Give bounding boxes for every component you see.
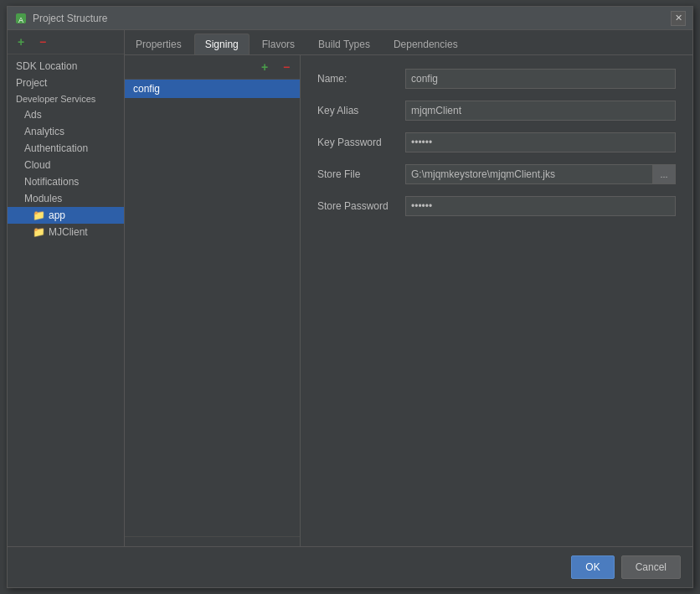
sidebar-item-ads[interactable]: Ads bbox=[8, 106, 124, 123]
sidebar-item-developer-services[interactable]: Developer Services bbox=[8, 91, 124, 106]
name-input[interactable] bbox=[405, 69, 676, 89]
project-structure-window: A Project Structure ✕ + − SDK Location P… bbox=[7, 6, 693, 588]
form-row-store-file: Store File ... bbox=[317, 164, 676, 184]
sidebar-nav: SDK Location Project Developer Services … bbox=[8, 54, 124, 546]
cancel-button[interactable]: Cancel bbox=[621, 555, 681, 579]
sidebar-item-authentication[interactable]: Authentication bbox=[8, 140, 124, 157]
configs-panel: + − config bbox=[125, 55, 301, 546]
form-row-store-password: Store Password bbox=[317, 196, 676, 216]
sidebar-item-mjclient[interactable]: 📁MJClient bbox=[8, 224, 124, 240]
sidebar-item-sdk-location[interactable]: SDK Location bbox=[8, 58, 124, 75]
key-password-input[interactable] bbox=[405, 132, 676, 152]
sidebar-add-button[interactable]: + bbox=[13, 34, 29, 50]
tab-dependencies[interactable]: Dependencies bbox=[383, 34, 469, 54]
store-password-label: Store Password bbox=[317, 200, 405, 212]
store-file-input[interactable] bbox=[405, 164, 652, 184]
sidebar-item-modules[interactable]: Modules bbox=[8, 190, 124, 207]
sidebar-remove-button[interactable]: − bbox=[34, 34, 51, 50]
config-add-button[interactable]: + bbox=[256, 59, 273, 75]
form-row-key-password: Key Password bbox=[317, 132, 676, 152]
ok-button[interactable]: OK bbox=[571, 555, 614, 579]
close-button[interactable]: ✕ bbox=[671, 11, 686, 26]
sidebar: + − SDK Location Project Developer Servi… bbox=[8, 30, 125, 546]
config-remove-button[interactable]: − bbox=[278, 59, 295, 75]
key-alias-input[interactable] bbox=[405, 101, 676, 121]
store-password-input[interactable] bbox=[405, 196, 676, 216]
sidebar-toolbar: + − bbox=[8, 30, 124, 54]
form-panel: Name: Key Alias Key Password Store File bbox=[301, 55, 692, 546]
tab-flavors[interactable]: Flavors bbox=[251, 34, 306, 54]
sidebar-item-notifications[interactable]: Notifications bbox=[8, 173, 124, 190]
config-list: config bbox=[125, 80, 300, 536]
configs-scrollbar bbox=[125, 536, 300, 546]
key-alias-label: Key Alias bbox=[317, 105, 405, 116]
configs-toolbar: + − bbox=[125, 55, 300, 80]
store-file-label: Store File bbox=[317, 168, 405, 180]
split-panel: + − config Name: Key Alias bbox=[125, 55, 692, 546]
tabs-bar: Properties Signing Flavors Build Types D… bbox=[125, 30, 692, 55]
tab-properties[interactable]: Properties bbox=[125, 34, 193, 54]
titlebar: A Project Structure ✕ bbox=[8, 7, 692, 30]
tab-build-types[interactable]: Build Types bbox=[307, 34, 381, 54]
store-file-field-group: ... bbox=[405, 164, 676, 184]
window-title: Project Structure bbox=[33, 13, 671, 24]
store-file-browse-button[interactable]: ... bbox=[652, 164, 676, 184]
app-icon: A bbox=[14, 12, 28, 25]
sidebar-item-cloud[interactable]: Cloud bbox=[8, 157, 124, 173]
key-password-label: Key Password bbox=[317, 137, 405, 148]
form-row-name: Name: bbox=[317, 69, 676, 89]
form-row-key-alias: Key Alias bbox=[317, 101, 676, 121]
folder-icon: 📁 bbox=[33, 209, 45, 221]
sidebar-item-app[interactable]: 📁app bbox=[8, 207, 124, 224]
svg-text:A: A bbox=[18, 16, 23, 24]
config-item-config[interactable]: config bbox=[125, 80, 300, 98]
folder-icon-2: 📁 bbox=[33, 226, 45, 238]
main-content: + − SDK Location Project Developer Servi… bbox=[8, 30, 692, 546]
name-label: Name: bbox=[317, 73, 405, 85]
right-panel: Properties Signing Flavors Build Types D… bbox=[125, 30, 692, 546]
sidebar-item-analytics[interactable]: Analytics bbox=[8, 123, 124, 140]
sidebar-item-project[interactable]: Project bbox=[8, 75, 124, 91]
tab-signing[interactable]: Signing bbox=[194, 34, 250, 54]
footer: OK Cancel bbox=[8, 546, 692, 587]
